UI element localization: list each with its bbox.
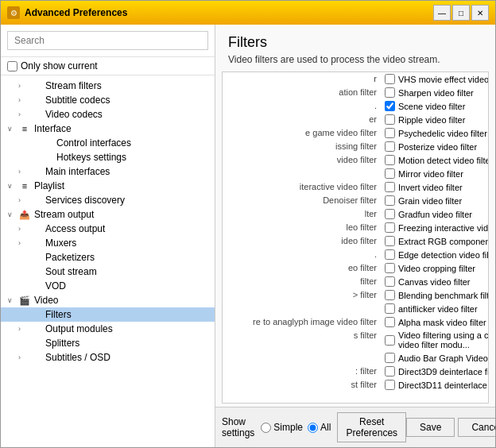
sidebar-item-vod[interactable]: VOD <box>1 279 215 293</box>
filter-checkbox-3[interactable] <box>385 114 395 125</box>
sidebar-item-label: Access output <box>45 223 105 234</box>
filter-right-18: Alpha mask video filter <box>382 315 488 329</box>
filter-checkbox-20[interactable] <box>385 353 395 363</box>
filter-label-16[interactable]: Blending benchmark filter <box>398 291 488 300</box>
filter-checkbox-11[interactable] <box>385 222 395 233</box>
filter-checkbox-1[interactable] <box>385 87 395 98</box>
tree-icon: 🎬 <box>18 295 31 306</box>
filter-label-18[interactable]: Alpha mask video filter <box>398 318 486 327</box>
filter-label-4[interactable]: Psychedelic video filter <box>398 129 487 138</box>
sidebar-item-main-interfaces[interactable]: ›Main interfaces <box>1 164 215 179</box>
sidebar-item-label: Video <box>34 295 58 306</box>
filter-label-2[interactable]: Scene video filter <box>398 102 465 111</box>
maximize-button[interactable]: □ <box>452 5 470 21</box>
sidebar-item-stream-output[interactable]: ∨📤Stream output <box>1 207 215 222</box>
sidebar: Only show current ›Stream filters›Subtit… <box>1 25 215 447</box>
search-input[interactable] <box>7 31 208 50</box>
filter-checkbox-0[interactable] <box>385 74 395 84</box>
filter-checkbox-10[interactable] <box>385 209 395 219</box>
filter-checkbox-9[interactable] <box>385 195 395 206</box>
filter-checkbox-7[interactable] <box>385 168 395 179</box>
filter-label-8[interactable]: Invert video filter <box>398 183 463 192</box>
filter-left-12: ideo filter <box>223 234 382 248</box>
filter-label-13[interactable]: Edge detection video filter <box>398 250 488 260</box>
filter-left-7 <box>223 167 382 180</box>
filter-checkbox-18[interactable] <box>385 317 395 327</box>
filter-label-14[interactable]: Video cropping filter <box>398 264 475 273</box>
filter-label-0[interactable]: VHS movie effect video filter <box>398 75 488 84</box>
sidebar-item-label: Main interfaces <box>45 166 110 177</box>
filter-right-10: Gradfun video filter <box>382 207 488 221</box>
sidebar-item-video-codecs[interactable]: ›Video codecs <box>1 107 215 122</box>
filter-checkbox-5[interactable] <box>385 141 395 152</box>
chevron-icon: › <box>18 168 29 176</box>
filter-checkbox-21[interactable] <box>385 366 395 377</box>
filter-label-17[interactable]: antiflicker video filter <box>398 304 478 314</box>
filter-label-5[interactable]: Posterize video filter <box>398 142 477 152</box>
sidebar-item-services-discovery[interactable]: ›Services discovery <box>1 193 215 207</box>
only-show-checkbox[interactable] <box>7 61 17 71</box>
reset-button[interactable]: Reset Preferences <box>337 412 406 442</box>
filter-checkbox-16[interactable] <box>385 290 395 300</box>
filter-checkbox-19[interactable] <box>385 335 395 346</box>
filter-label-1[interactable]: Sharpen video filter <box>398 88 474 98</box>
sidebar-item-hotkeys-settings[interactable]: Hotkeys settings <box>1 150 215 164</box>
filter-checkbox-14[interactable] <box>385 263 395 273</box>
simple-radio[interactable] <box>261 423 271 433</box>
sidebar-item-interface[interactable]: ∨≡Interface <box>1 122 215 136</box>
minimize-button[interactable]: — <box>433 5 451 21</box>
filter-checkbox-17[interactable] <box>385 303 395 314</box>
filter-label-20[interactable]: Audio Bar Graph Video sub source <box>398 353 488 363</box>
sidebar-item-playlist[interactable]: ∨≡Playlist <box>1 179 215 193</box>
filter-left-16: > filter <box>223 288 382 302</box>
filter-left-2: . <box>223 99 382 113</box>
filter-checkbox-15[interactable] <box>385 276 395 287</box>
filter-right-5: Posterize video filter <box>382 140 488 153</box>
filter-right-17: antiflicker video filter <box>382 302 488 315</box>
filters-scroll-inner[interactable]: rVHS movie effect video filteration filt… <box>223 72 488 403</box>
filter-checkbox-22[interactable] <box>385 380 395 390</box>
filter-label-21[interactable]: Direct3D9 deinterlace filter <box>398 367 488 377</box>
filter-checkbox-6[interactable] <box>385 155 395 165</box>
filter-label-10[interactable]: Gradfun video filter <box>398 210 472 219</box>
filter-label-11[interactable]: Freezing interactive video filter <box>398 223 488 233</box>
filter-label-12[interactable]: Extract RGB component video filter <box>398 237 488 246</box>
window-title: Advanced Preferences <box>25 7 433 18</box>
filter-right-15: Canvas video filter <box>382 275 488 288</box>
sidebar-item-control-interfaces[interactable]: Control interfaces <box>1 136 215 150</box>
save-button[interactable]: Save <box>406 418 455 437</box>
sidebar-item-subtitle-codecs[interactable]: ›Subtitle codecs <box>1 93 215 107</box>
sidebar-item-stream-filters[interactable]: ›Stream filters <box>1 79 215 93</box>
filter-checkbox-2[interactable] <box>385 101 395 111</box>
sidebar-item-filters[interactable]: Filters <box>1 307 215 322</box>
main-panel: Filters Video filters are used to proces… <box>215 25 495 447</box>
sidebar-item-packetizers[interactable]: Packetizers <box>1 250 215 265</box>
filter-label-9[interactable]: Grain video filter <box>398 196 462 206</box>
filter-label-15[interactable]: Canvas video filter <box>398 277 471 287</box>
all-radio[interactable] <box>308 423 318 433</box>
sidebar-item-splitters[interactable]: Splitters <box>1 336 215 350</box>
tree-icon: ≡ <box>18 181 31 191</box>
filter-label-22[interactable]: Direct3D11 deinterlace filter <box>398 380 488 390</box>
sidebar-item-output-modules[interactable]: ›Output modules <box>1 322 215 336</box>
sidebar-item-sout-stream[interactable]: Sout stream <box>1 265 215 279</box>
chevron-icon: › <box>18 225 29 233</box>
filter-checkbox-13[interactable] <box>385 249 395 260</box>
filter-left-1: ation filter <box>223 86 382 99</box>
sidebar-item-muxers[interactable]: ›Muxers <box>1 236 215 250</box>
close-button[interactable]: ✕ <box>471 5 489 21</box>
filter-checkbox-4[interactable] <box>385 128 395 138</box>
filter-label-19[interactable]: Video filtering using a chain of video f… <box>398 330 488 350</box>
filter-right-0: VHS movie effect video filter <box>382 72 488 86</box>
sidebar-item-label: Hotkeys settings <box>56 152 126 163</box>
filter-checkbox-8[interactable] <box>385 182 395 192</box>
cancel-button[interactable]: Cancel <box>458 418 495 437</box>
filter-label-3[interactable]: Ripple video filter <box>398 115 465 125</box>
sidebar-item-video[interactable]: ∨🎬Video <box>1 293 215 307</box>
sidebar-item-access-output[interactable]: ›Access output <box>1 222 215 236</box>
sidebar-item-subtitles-osd[interactable]: ›Subtitles / OSD <box>1 350 215 365</box>
chevron-icon: › <box>18 96 29 104</box>
filter-label-6[interactable]: Motion detect video filter <box>398 156 488 165</box>
filter-checkbox-12[interactable] <box>385 236 395 246</box>
filter-label-7[interactable]: Mirror video filter <box>398 169 463 179</box>
